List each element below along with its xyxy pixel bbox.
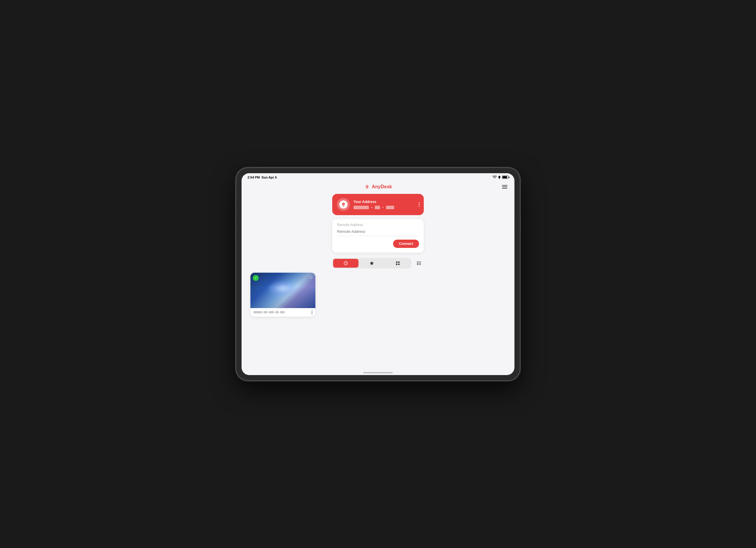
remote-address-input-wrapper [337, 229, 419, 236]
session-online-indicator: ✓ [253, 275, 259, 281]
remote-address-box: Remote Address Connect [332, 219, 424, 253]
status-time: 2:54 PM [247, 176, 260, 179]
wifi-icon [493, 176, 497, 179]
home-bar [363, 372, 393, 373]
address-icon-inner [339, 200, 348, 209]
list-view-icon [416, 261, 422, 266]
tab-recent[interactable] [333, 259, 359, 268]
session-more-dot-2 [312, 312, 312, 313]
address-block-1 [353, 206, 369, 209]
your-address-card: Your Address [332, 194, 424, 215]
session-name-block-2 [263, 311, 268, 313]
app-header: AnyDesk [242, 183, 514, 191]
menu-line-1 [502, 185, 507, 186]
session-star-button[interactable]: ☆ [309, 275, 313, 280]
workspaces-icon [395, 261, 400, 266]
session-more-button[interactable] [312, 310, 312, 314]
anydesk-logo-icon [364, 184, 370, 190]
tab-workspaces[interactable] [385, 259, 410, 268]
menu-line-3 [502, 188, 507, 189]
address-more-button[interactable] [419, 202, 420, 207]
tab-favorites[interactable] [359, 259, 384, 268]
svg-rect-15 [418, 264, 421, 265]
svg-rect-13 [418, 263, 421, 264]
more-dot-2 [419, 204, 420, 205]
more-dot-3 [419, 206, 420, 207]
remote-address-label: Remote Address [337, 223, 419, 227]
address-block-2 [375, 206, 380, 209]
session-footer [250, 308, 315, 317]
session-thumbnail[interactable]: ✓ ☆ [250, 273, 315, 308]
location-icon [498, 176, 501, 179]
svg-rect-12 [417, 263, 418, 264]
status-left: 2:54 PM Sun Apr 5 [247, 176, 277, 179]
sessions-area: ✓ ☆ [242, 269, 514, 370]
address-info: Your Address [353, 200, 419, 209]
recent-icon [343, 261, 348, 266]
connect-button-row: Connect [337, 240, 419, 248]
tabs-container [332, 258, 424, 269]
more-dot-1 [419, 202, 420, 203]
favorites-icon [369, 261, 374, 266]
svg-rect-14 [417, 264, 418, 265]
svg-rect-9 [398, 264, 400, 265]
connect-button[interactable]: Connect [393, 240, 419, 248]
power-button[interactable] [520, 215, 521, 233]
svg-rect-8 [396, 264, 397, 265]
mute-button[interactable] [235, 229, 236, 240]
svg-rect-7 [398, 262, 400, 263]
app-logo: AnyDesk [364, 184, 392, 190]
session-card: ✓ ☆ [250, 273, 315, 317]
session-name-block-3 [269, 311, 274, 313]
svg-rect-10 [417, 262, 418, 263]
session-name-block-5 [280, 311, 285, 313]
address-dot-1 [371, 207, 372, 208]
session-name-block-4 [275, 311, 279, 313]
session-more-dot-3 [312, 313, 312, 314]
address-pin-icon [341, 202, 346, 207]
volume-up-button[interactable] [235, 203, 236, 211]
status-right [493, 176, 509, 179]
home-indicator [242, 370, 514, 375]
svg-rect-6 [396, 262, 397, 263]
your-address-label: Your Address [353, 200, 419, 204]
app-name: AnyDesk [372, 184, 392, 190]
address-dot-2 [382, 207, 384, 208]
menu-line-2 [502, 187, 507, 187]
session-more-dot-1 [312, 310, 312, 311]
tabs-bar [332, 258, 411, 269]
status-date: Sun Apr 5 [262, 176, 277, 179]
device-screen: 2:54 PM Sun Apr 5 [242, 173, 514, 375]
remote-address-input[interactable] [337, 229, 419, 234]
address-block-3 [386, 206, 394, 209]
device-frame: 2:54 PM Sun Apr 5 [236, 168, 520, 380]
session-name [253, 311, 285, 313]
battery-icon [502, 176, 509, 179]
volume-down-button[interactable] [235, 214, 236, 226]
address-number-row [353, 206, 419, 209]
list-view-button[interactable] [414, 259, 424, 268]
status-bar: 2:54 PM Sun Apr 5 [242, 173, 514, 180]
session-name-block-1 [253, 311, 262, 313]
address-icon-circle [337, 198, 350, 211]
menu-button[interactable] [501, 184, 509, 190]
svg-rect-11 [418, 262, 421, 262]
battery-fill [503, 176, 507, 178]
main-content: AnyDesk [242, 180, 514, 375]
